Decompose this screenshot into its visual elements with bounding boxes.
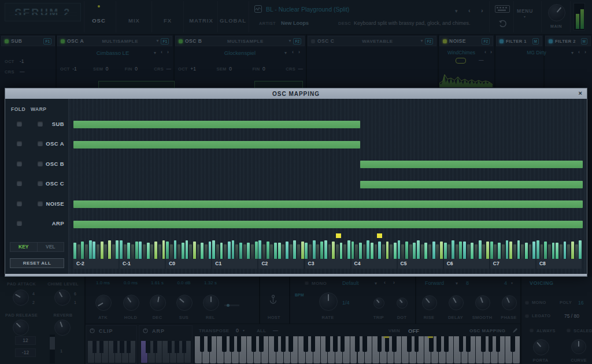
key-map-cell[interactable] — [274, 243, 277, 259]
key-map-cell[interactable] — [444, 243, 447, 259]
osc-b-crs-value[interactable]: — — [298, 66, 303, 72]
yellow-marker[interactable] — [377, 233, 382, 238]
osc-b-sample-next-icon[interactable]: › — [298, 50, 300, 55]
key-map-cell[interactable] — [81, 242, 84, 259]
osc-c-power-led-icon[interactable] — [311, 39, 315, 43]
key-map-cell[interactable] — [224, 244, 227, 259]
piano-key-black[interactable] — [333, 336, 338, 352]
piano-key-black[interactable] — [496, 336, 501, 352]
key-map-cell[interactable] — [154, 242, 157, 259]
key-map-cell[interactable] — [73, 243, 76, 259]
tab-fx[interactable]: FX — [153, 17, 183, 24]
filter-2-power-led-icon[interactable] — [549, 39, 553, 43]
key-map-cell[interactable] — [189, 244, 192, 259]
osc-a-header[interactable]: OSC A MULTISAMPLE ▾ F1 — [57, 36, 172, 46]
arp-octaves-value[interactable]: 4 — [504, 280, 507, 286]
key-map-cell[interactable] — [359, 243, 362, 259]
transpose-stepper-icon[interactable]: ▾ — [243, 329, 245, 332]
piano-key-black[interactable] — [429, 336, 434, 352]
fold-checkbox-osc-c[interactable] — [17, 181, 22, 186]
key-map-cell[interactable] — [363, 244, 366, 259]
key-map-cell[interactable] — [521, 244, 524, 259]
key-map-cell[interactable] — [579, 240, 582, 259]
key-map-cell[interactable] — [541, 244, 543, 259]
macro3-knob[interactable] — [13, 320, 29, 336]
yellow-marker[interactable] — [336, 233, 341, 238]
key-map-cell[interactable] — [459, 242, 462, 259]
key-map-cell[interactable] — [209, 242, 212, 259]
osc-c-mode-dropdown[interactable]: WAVETABLE — [336, 39, 418, 44]
key-map-cell[interactable] — [440, 242, 443, 259]
noise-sample-name[interactable]: WindChimes — [438, 50, 484, 55]
osc-a-mode-caret-icon[interactable]: ▾ — [156, 39, 158, 43]
key-map-cell[interactable] — [405, 242, 408, 259]
key-map-cell[interactable] — [328, 244, 331, 259]
key-map-cell[interactable] — [529, 244, 532, 259]
piano-key-black[interactable] — [510, 336, 515, 352]
piano-key-black[interactable] — [208, 336, 212, 352]
piano-key-black[interactable] — [230, 336, 234, 352]
key-map-cell[interactable] — [398, 240, 401, 259]
piano-key-black[interactable] — [175, 341, 179, 353]
osc-b-sample-caret-icon[interactable]: ▾ — [284, 51, 287, 55]
key-map-cell[interactable] — [174, 240, 177, 259]
mod-wheel-fader[interactable] — [50, 335, 55, 363]
osc-a-sample-prev-icon[interactable]: ‹ — [161, 50, 162, 55]
key-map-cell[interactable] — [424, 243, 427, 259]
piano-key-black[interactable] — [274, 336, 279, 352]
key-map-cell[interactable] — [447, 244, 450, 259]
key-map-cell[interactable] — [92, 242, 95, 259]
lfo-mode-dropdown[interactable]: Default — [342, 280, 359, 286]
key-map-cell[interactable] — [352, 242, 354, 259]
macro2-value-a[interactable]: 6 — [74, 292, 76, 296]
key-map-cell[interactable] — [177, 244, 180, 259]
key-map-cell[interactable] — [340, 243, 343, 259]
env-rel-value[interactable]: 1.32 s — [198, 280, 223, 285]
key-map-cell[interactable] — [525, 243, 528, 259]
fold-checkbox-osc-b[interactable] — [17, 161, 22, 166]
fold-checkbox-noise[interactable] — [17, 201, 22, 206]
filter-1-header[interactable]: FILTER 1 M — [496, 36, 542, 46]
key-map-cell[interactable] — [77, 244, 80, 259]
piano-key-black[interactable] — [466, 336, 471, 352]
map-range-osc-b[interactable] — [360, 161, 583, 168]
key-map-cell[interactable] — [560, 244, 563, 259]
osc-a-oct-value[interactable]: -1 — [72, 66, 77, 72]
piano-key-black[interactable] — [113, 341, 117, 353]
next-preset-icon[interactable]: › — [481, 8, 483, 14]
key-map-cell[interactable] — [101, 242, 103, 259]
curve-knob[interactable] — [571, 339, 586, 354]
piano-key-black[interactable] — [459, 336, 464, 352]
key-map-cell[interactable] — [228, 242, 231, 259]
rate-value[interactable]: 1/4 — [342, 300, 350, 306]
key-toggle-button[interactable]: KEY — [10, 243, 37, 251]
key-map-cell[interactable] — [143, 244, 146, 259]
key-map-cell[interactable] — [186, 240, 188, 259]
lfo-mode-next-icon[interactable]: › — [393, 280, 395, 285]
osc-c-filter-route[interactable]: F2 — [425, 38, 433, 44]
arp-direction-dropdown[interactable]: Forward — [425, 280, 444, 286]
undo-icon[interactable] — [498, 20, 507, 28]
env-atk-knob[interactable] — [95, 295, 112, 311]
key-map-cell[interactable] — [417, 240, 420, 259]
env-sus-knob[interactable] — [176, 295, 193, 311]
key-map-cell[interactable] — [297, 244, 300, 259]
menu-button[interactable]: MENU — [517, 8, 533, 14]
env-hold-value[interactable]: 0.0 ms — [118, 280, 143, 285]
env-mini-slider[interactable] — [224, 304, 239, 306]
tab-global[interactable]: GLOBAL — [219, 17, 247, 24]
key-map-cell[interactable] — [239, 243, 242, 259]
noise-sample-prev-icon[interactable]: ‹ — [484, 50, 486, 55]
key-map-cell[interactable] — [243, 244, 246, 259]
osc-b-sample-name[interactable]: Glockenspiel — [199, 50, 280, 56]
key-map-cell[interactable] — [552, 243, 555, 259]
sub-filter-route[interactable]: F1 — [43, 38, 51, 44]
osc-a-sample-caret-icon[interactable]: ▾ — [154, 51, 156, 55]
filter-2-route[interactable]: M — [581, 38, 587, 44]
map-range-osc-c[interactable] — [360, 181, 583, 188]
env-hold-knob[interactable] — [123, 295, 139, 311]
macro1-value-b[interactable]: 2 — [32, 300, 35, 304]
piano-key-black[interactable] — [392, 336, 397, 352]
key-map-cell[interactable] — [89, 240, 92, 259]
key-map-cell[interactable] — [182, 243, 184, 259]
